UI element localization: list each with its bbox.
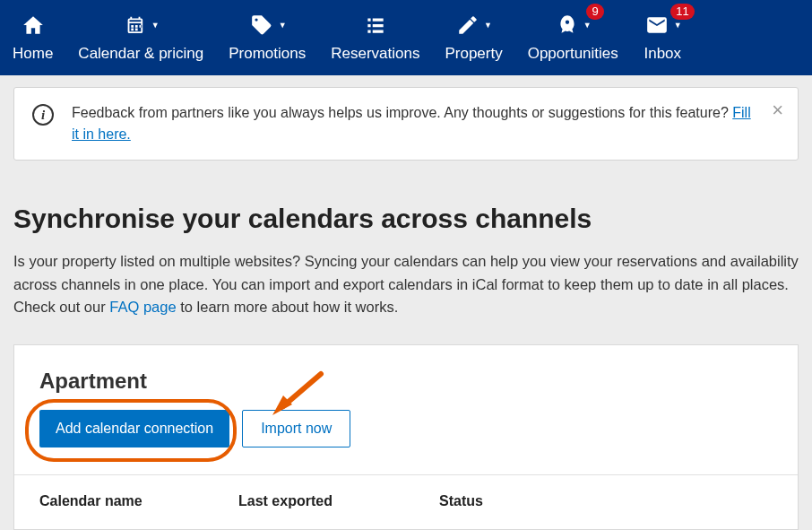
chevron-down-icon: ▼ <box>583 21 592 30</box>
nav-label: Opportunities <box>528 45 618 63</box>
card-heading: Apartment <box>39 369 773 394</box>
nav-label: Promotions <box>229 45 306 63</box>
nav-property[interactable]: ▼ Property <box>432 0 514 75</box>
chevron-down-icon: ▼ <box>151 21 160 30</box>
mail-icon <box>644 13 670 37</box>
badge-count: 11 <box>670 4 694 20</box>
apartment-card: Apartment Add calendar connection Import… <box>13 344 799 530</box>
add-calendar-connection-button[interactable]: Add calendar connection <box>39 410 229 447</box>
page-title: Synchronise your calendars across channe… <box>13 204 799 234</box>
nav-calendar[interactable]: ▼ Calendar & pricing <box>65 0 216 75</box>
nav-label: Inbox <box>644 45 681 63</box>
import-now-button[interactable]: Import now <box>242 410 350 447</box>
home-icon <box>21 13 46 37</box>
col-last-exported: Last exported <box>238 493 439 509</box>
col-calendar-name: Calendar name <box>39 493 238 509</box>
nav-promotions[interactable]: ▼ Promotions <box>216 0 318 75</box>
button-row: Add calendar connection Import now <box>39 410 773 447</box>
page-content: i Feedback from partners like you always… <box>0 87 812 530</box>
col-status: Status <box>439 493 483 509</box>
feedback-banner: i Feedback from partners like you always… <box>13 87 799 161</box>
nav-label: Reservations <box>331 45 419 63</box>
badge-count: 9 <box>586 4 603 20</box>
info-icon: i <box>32 104 54 126</box>
nav-reservations[interactable]: Reservations <box>318 0 432 75</box>
nav-opportunities[interactable]: 9 ▼ Opportunities <box>515 0 631 75</box>
nav-label: Property <box>445 45 502 63</box>
tag-icon <box>248 13 275 37</box>
feedback-message: Feedback from partners like you always h… <box>72 105 732 120</box>
faq-link[interactable]: FAQ page <box>109 299 176 315</box>
table-header: Calendar name Last exported Status <box>14 474 798 529</box>
top-nav: Home ▼ Calendar & pricing ▼ Promotions R… <box>0 0 812 75</box>
chevron-down-icon: ▼ <box>279 21 287 30</box>
nav-label: Home <box>13 45 53 63</box>
pencil-icon <box>455 13 480 37</box>
chevron-down-icon: ▼ <box>484 21 492 30</box>
nav-home[interactable]: Home <box>0 0 65 75</box>
feedback-text: Feedback from partners like you always h… <box>72 102 753 145</box>
chevron-down-icon: ▼ <box>674 21 682 30</box>
list-icon <box>363 13 388 37</box>
intro-paragraph: Is your property listed on multiple webs… <box>13 250 799 319</box>
nav-inbox[interactable]: 11 ▼ Inbox <box>631 0 695 75</box>
nav-label: Calendar & pricing <box>78 45 203 63</box>
close-icon[interactable]: × <box>772 100 783 120</box>
calendar-icon <box>123 13 148 37</box>
intro-text-2: to learn more about how it works. <box>177 299 399 315</box>
rocket-icon <box>555 13 580 37</box>
